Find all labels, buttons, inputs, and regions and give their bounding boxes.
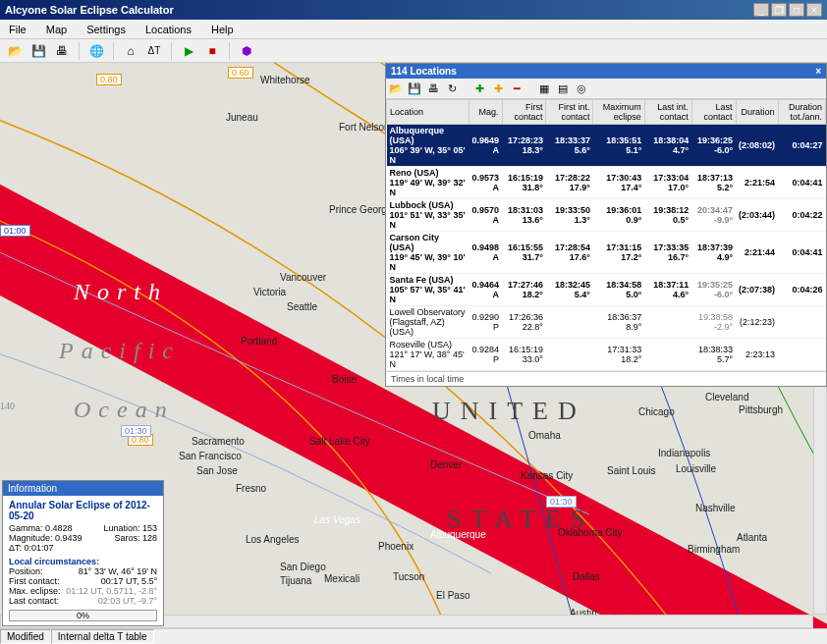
city: Louisville	[676, 463, 716, 474]
loc-print-icon[interactable]: 🖶	[425, 80, 441, 96]
col-mag[interactable]: Mag.	[469, 100, 502, 125]
info-titlebar[interactable]: Information	[3, 481, 163, 496]
table-row[interactable]: Lubbock (USA)101° 51' W, 33° 35' N0.9570…	[387, 199, 826, 232]
iso-080: 0.80	[96, 74, 122, 85]
city: Saint Louis	[607, 465, 655, 476]
city: Oklahoma City	[558, 527, 623, 538]
loc-addall-icon[interactable]: ✚	[490, 80, 506, 96]
city: Nashville	[695, 503, 736, 513]
city: Victoria	[253, 287, 286, 297]
iso-0100: 01:00	[0, 225, 30, 237]
table-row[interactable]: Reno (USA)119° 49' W, 39° 32' N0.9573A16…	[387, 167, 826, 199]
loc-open-icon[interactable]: 📂	[388, 80, 404, 96]
globe-icon[interactable]: 🌐	[86, 41, 106, 61]
restore-button[interactable]: ❐	[771, 3, 787, 17]
deltat-icon[interactable]: ΔT	[144, 41, 164, 61]
col-c3[interactable]: Last int. contact	[644, 100, 691, 125]
progress-bar: 0%	[9, 610, 157, 621]
open-icon[interactable]: 📂	[5, 41, 25, 61]
separator	[79, 42, 80, 60]
city: Whitehorse	[260, 75, 310, 85]
status-deltat: Internal delta T table	[51, 629, 154, 644]
map-area[interactable]: 0.80 0.60 0.80 0.60 0.80 0.80 01:00 01:3…	[0, 63, 827, 628]
city: Tijuana	[280, 575, 311, 586]
locations-panel: 114 Locations × 📂 💾 🖶 ↻ ✚ ✚ ━ ▦ ▤ ◎ Loca…	[385, 63, 827, 387]
menubar: File Map Settings Locations Help	[0, 20, 827, 39]
loc-grid1-icon[interactable]: ▦	[536, 80, 552, 96]
city: San Jose	[196, 465, 238, 476]
city: Seattle	[287, 301, 317, 312]
table-row[interactable]: Roseville (USA)121° 17' W, 38° 45' N0.92…	[387, 339, 826, 371]
iso-0130b: 01:30	[546, 496, 577, 508]
locations-titlebar[interactable]: 114 Locations ×	[386, 64, 826, 79]
city: Juneau	[226, 112, 258, 123]
iso-060: 0.60	[228, 67, 253, 79]
titlebar: Alcyone Solar Eclipse Calculator _ ❐ □ ×	[0, 0, 827, 20]
menu-map[interactable]: Map	[42, 23, 71, 36]
save-icon[interactable]: 💾	[28, 41, 48, 61]
city: Sacramento	[192, 436, 245, 447]
stop-icon[interactable]: ■	[202, 41, 222, 61]
city: Albuquerque	[430, 529, 486, 540]
table-row[interactable]: Lowell Observatory (Flagstaff, AZ) (USA)…	[387, 306, 826, 339]
city: El Paso	[436, 590, 469, 601]
locations-table: Location Mag. First contact First int. c…	[386, 99, 826, 371]
city: Denver	[430, 459, 462, 470]
window-controls: _ ❐ □ ×	[753, 3, 822, 17]
col-dur[interactable]: Duration	[736, 100, 778, 125]
city: Mexicali	[324, 573, 359, 584]
loc-remove-icon[interactable]: ━	[509, 80, 524, 96]
city: Fort Nelson	[339, 122, 390, 133]
module-icon[interactable]: ⬢	[237, 41, 256, 61]
locations-toolbar: 📂 💾 🖶 ↻ ✚ ✚ ━ ▦ ▤ ◎	[386, 79, 826, 99]
iso-0130: 01:30	[121, 425, 151, 437]
separator	[229, 42, 230, 60]
play-icon[interactable]: ▶	[179, 41, 198, 61]
city: Kansas City	[521, 470, 573, 481]
menu-file[interactable]: File	[5, 23, 30, 36]
separator	[113, 42, 114, 60]
locations-close-icon[interactable]: ×	[815, 66, 821, 77]
city: Phoenix	[378, 541, 414, 552]
col-location[interactable]: Location	[387, 100, 469, 125]
city: Boise	[332, 374, 357, 385]
minimize-button[interactable]: _	[753, 3, 769, 17]
city: Las Vegas	[314, 514, 360, 525]
city: Tucson	[393, 571, 424, 582]
loc-save-icon[interactable]: 💾	[407, 80, 422, 96]
city: Portland	[241, 336, 277, 347]
local-heading: Local circumstances:	[9, 557, 157, 566]
locations-footer: Times in local time	[386, 371, 826, 386]
col-max[interactable]: Maximum eclipse	[593, 100, 644, 125]
city: San Francisco	[179, 451, 242, 461]
table-row[interactable]: Albuquerque (USA)106° 39' W, 35° 05' N0.…	[387, 125, 826, 167]
city: Omaha	[528, 430, 561, 441]
menu-locations[interactable]: Locations	[141, 23, 195, 36]
city: Fresno	[236, 483, 266, 494]
print-icon[interactable]: 🖶	[52, 41, 72, 61]
status-modified: Modified	[0, 629, 51, 644]
city: Dallas	[573, 571, 600, 582]
separator	[171, 42, 172, 60]
col-c2[interactable]: First int. contact	[546, 100, 593, 125]
info-body: Annular Solar Eclipse of 2012-05-20 Gamm…	[3, 496, 163, 625]
loc-target-icon[interactable]: ◎	[574, 80, 589, 96]
city: Vancouver	[280, 272, 326, 283]
home-icon[interactable]: ⌂	[121, 41, 140, 61]
eclipse-heading: Annular Solar Eclipse of 2012-05-20	[9, 500, 157, 521]
table-row[interactable]: Santa Fe (USA)105° 57' W, 35° 41' N0.946…	[387, 274, 826, 306]
loc-add-icon[interactable]: ✚	[471, 80, 487, 96]
menu-help[interactable]: Help	[207, 23, 238, 36]
col-durta[interactable]: Duration tot./ann.	[778, 100, 825, 125]
city: Indianapolis	[658, 448, 710, 458]
col-c1[interactable]: First contact	[502, 100, 546, 125]
loc-grid2-icon[interactable]: ▤	[555, 80, 571, 96]
statusbar: Modified Internal delta T table	[0, 628, 827, 644]
table-header-row: Location Mag. First contact First int. c…	[387, 100, 826, 125]
close-button[interactable]: ×	[806, 3, 822, 17]
maximize-button[interactable]: □	[789, 3, 804, 17]
table-row[interactable]: Carson City (USA)119° 45' W, 39° 10' N0.…	[387, 232, 826, 274]
loc-refresh-icon[interactable]: ↻	[444, 80, 460, 96]
col-c4[interactable]: Last contact	[691, 100, 736, 125]
menu-settings[interactable]: Settings	[83, 23, 130, 36]
